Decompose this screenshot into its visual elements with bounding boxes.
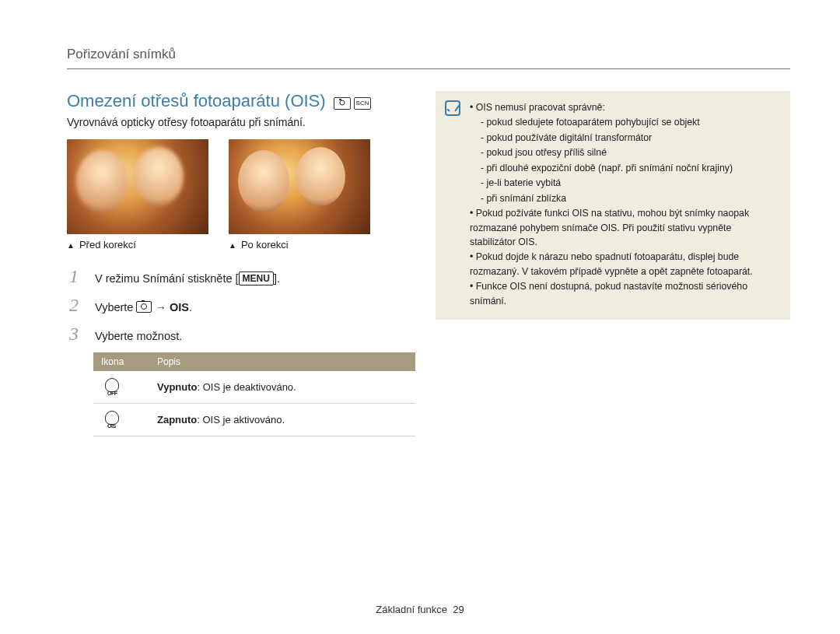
footer: Základní funkce 29 [0,604,840,615]
step-2-text-b: . [189,301,192,313]
note-bullet-4: Funkce OIS není dostupná, pokud nastavít… [470,279,779,308]
menu-button-label: MENU [239,271,274,285]
columns: Omezení otřesů fotoaparátu (OIS) SCN Vyr… [67,91,790,436]
step-3-text: Vyberte možnost. [95,330,182,342]
arrow-icon: → [152,301,170,313]
page: Pořizování snímků Omezení otřesů fotoapa… [0,0,840,634]
table-icon-cell: OIS [93,404,149,436]
note-bullet-3: Pokud dojde k nárazu nebo spadnutí fotoa… [470,250,779,278]
step-3: 3 Vyberte možnost. [67,324,409,345]
photo-before [67,139,208,234]
note-bullet-1: OIS nemusí pracovat správně: [470,100,779,114]
step-2-ois: OIS [170,301,189,313]
footer-section: Základní funkce [376,604,447,615]
photo-after [229,139,370,234]
note-dash-1: pokud sledujete fotoaparátem pohybující … [481,115,779,129]
mode-icon-photo [334,97,351,110]
step-2-text-a: Vyberte [95,301,136,313]
left-column: Omezení otřesů fotoaparátu (OIS) SCN Vyr… [67,91,409,436]
table-desc-cell: Vypnuto: OIS je deaktivováno. [149,371,415,404]
photo-before-block: Před korekcí [67,139,208,250]
photo-after-block: Po korekci [229,139,370,250]
footer-page-number: 29 [453,604,464,615]
caption-after: Po korekci [229,239,370,250]
note-dash-5: je-li baterie vybitá [481,176,779,190]
table-row: OFFVypnuto: OIS je deaktivováno. [93,371,415,404]
caption-before: Před korekcí [67,239,208,250]
page-title: Omezení otřesů fotoaparátu (OIS) [67,91,326,110]
options-table: Ikona Popis OFFVypnuto: OIS je deaktivov… [93,352,415,436]
section-header: Pořizování snímků [67,47,790,69]
camera-icon [136,301,152,313]
note-dash-6: při snímání zblízka [481,191,779,205]
mode-icons: SCN [334,97,371,110]
step-num-3: 3 [67,324,81,345]
step-1: 1 V režimu Snímání stiskněte [MENU]. [67,266,409,287]
note-dash-3: pokud jsou otřesy příliš silné [481,145,779,159]
steps: 1 V režimu Snímání stiskněte [MENU]. 2 V… [67,266,409,345]
step-num-2: 2 [67,295,81,316]
ois-icon: OFF [101,377,121,394]
table-desc-cell: Zapnuto: OIS je aktivováno. [149,404,415,436]
right-column: OIS nemusí pracovat správně: pokud sledu… [436,91,790,436]
step-1-text-a: V režimu Snímání stiskněte [ [95,272,239,285]
note-bullet-2: Pokud požíváte funkci OIS na stativu, mo… [470,206,779,249]
note-box: OIS nemusí pracovat správně: pokud sledu… [436,91,790,320]
table-head-icon: Ikona [93,352,149,371]
step-num-1: 1 [67,266,81,287]
table-icon-cell: OFF [93,371,149,404]
intro-text: Vyrovnává opticky otřesy fotoaparátu při… [67,116,409,128]
table-row: OISZapnuto: OIS je aktivováno. [93,404,415,436]
note-dash-4: při dlouhé expoziční době (např. při sní… [481,161,779,175]
svg-rect-1 [339,99,341,100]
step-1-text-b: ]. [274,272,280,285]
table-head-desc: Popis [149,352,415,371]
svg-point-0 [340,100,345,105]
photo-compare: Před korekcí Po korekci [67,139,409,250]
mode-icon-scene: SCN [354,97,371,110]
info-icon [445,100,460,116]
step-2: 2 Vyberte → OIS. [67,295,409,316]
note-dash-2: pokud používáte digitální transformátor [481,131,779,145]
ois-icon: OIS [101,410,121,427]
